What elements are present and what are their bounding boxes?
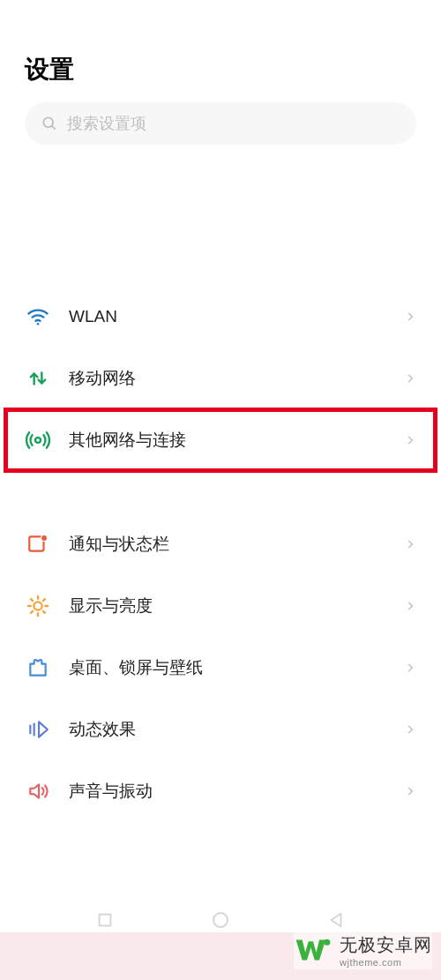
watermark: 无极安卓网 wjtheme.com: [294, 931, 432, 969]
svg-line-13: [31, 611, 33, 613]
settings-group-network: WLAN 移动网络 其他网络与连接: [0, 286, 441, 471]
svg-point-3: [35, 438, 41, 443]
svg-line-12: [43, 611, 45, 613]
settings-item-motion[interactable]: 动态效果: [0, 699, 441, 760]
watermark-url: wjtheme.com: [340, 957, 432, 968]
page-title: 设置: [25, 53, 416, 86]
search-icon: [41, 115, 58, 132]
nav-back-icon[interactable]: [326, 910, 346, 930]
setting-label: 声音与振动: [69, 780, 404, 803]
svg-point-2: [37, 323, 40, 325]
svg-rect-17: [100, 915, 111, 926]
motion-icon: [25, 716, 51, 743]
search-input[interactable]: 搜索设置项: [25, 102, 416, 145]
setting-label: 动态效果: [69, 718, 404, 741]
chevron-right-icon: [404, 372, 416, 385]
nav-home-icon[interactable]: [210, 909, 231, 931]
setting-label: 移动网络: [69, 367, 404, 390]
watermark-title: 无极安卓网: [340, 933, 432, 957]
chevron-right-icon: [404, 600, 416, 612]
settings-item-display[interactable]: 显示与亮度: [0, 575, 441, 637]
svg-line-14: [43, 599, 45, 601]
chevron-right-icon: [404, 723, 416, 736]
notification-icon: [25, 531, 51, 557]
theme-icon: [25, 655, 51, 681]
setting-label: 通知与状态栏: [69, 533, 404, 556]
settings-item-mobile[interactable]: 移动网络: [0, 348, 441, 409]
sun-icon: [25, 593, 51, 619]
chevron-right-icon: [404, 538, 416, 550]
setting-label: 其他网络与连接: [69, 429, 404, 452]
chevron-right-icon: [404, 310, 416, 323]
wifi-icon: [25, 303, 51, 330]
settings-item-wlan[interactable]: WLAN: [0, 286, 441, 348]
svg-point-19: [324, 939, 330, 946]
setting-label: 桌面、锁屏与壁纸: [69, 656, 404, 679]
settings-item-sound[interactable]: 声音与振动: [0, 760, 441, 822]
svg-line-1: [52, 126, 56, 130]
settings-item-notification[interactable]: 通知与状态栏: [0, 513, 441, 575]
settings-group-system: 通知与状态栏 显示与亮度 桌面、锁屏与壁纸 动态效果 声音与振动: [0, 513, 441, 822]
broadcast-icon: [25, 427, 51, 453]
svg-point-5: [41, 535, 48, 541]
search-placeholder: 搜索设置项: [67, 113, 146, 134]
data-arrows-icon: [25, 365, 51, 392]
settings-item-desktop[interactable]: 桌面、锁屏与壁纸: [0, 637, 441, 699]
chevron-right-icon: [404, 434, 416, 446]
svg-point-6: [34, 602, 41, 610]
chevron-right-icon: [404, 785, 416, 797]
nav-recent-icon[interactable]: [95, 910, 115, 930]
setting-label: 显示与亮度: [69, 595, 404, 617]
speaker-icon: [25, 778, 51, 804]
svg-point-18: [213, 913, 228, 927]
svg-line-11: [31, 599, 33, 601]
watermark-logo-icon: [294, 931, 333, 969]
setting-label: WLAN: [69, 307, 404, 326]
svg-point-0: [43, 117, 53, 127]
settings-item-other-network[interactable]: 其他网络与连接: [0, 409, 441, 471]
chevron-right-icon: [404, 662, 416, 674]
